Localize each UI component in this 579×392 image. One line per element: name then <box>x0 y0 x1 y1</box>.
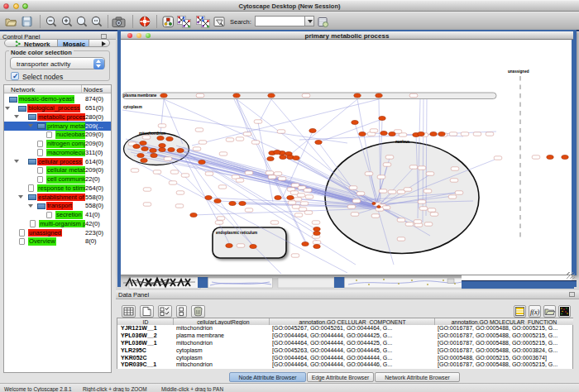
svg-text:mitochondrion: mitochondrion <box>139 131 165 136</box>
svg-text:cytoplasm: cytoplasm <box>123 105 142 109</box>
svg-text:endoplasmic reticulum: endoplasmic reticulum <box>216 231 257 235</box>
svg-text:f(x): f(x) <box>530 308 539 316</box>
svg-text:plasma membrane: plasma membrane <box>123 93 157 98</box>
svg-text:nucleus: nucleus <box>395 140 410 144</box>
svg-text:unassigned: unassigned <box>508 69 529 74</box>
